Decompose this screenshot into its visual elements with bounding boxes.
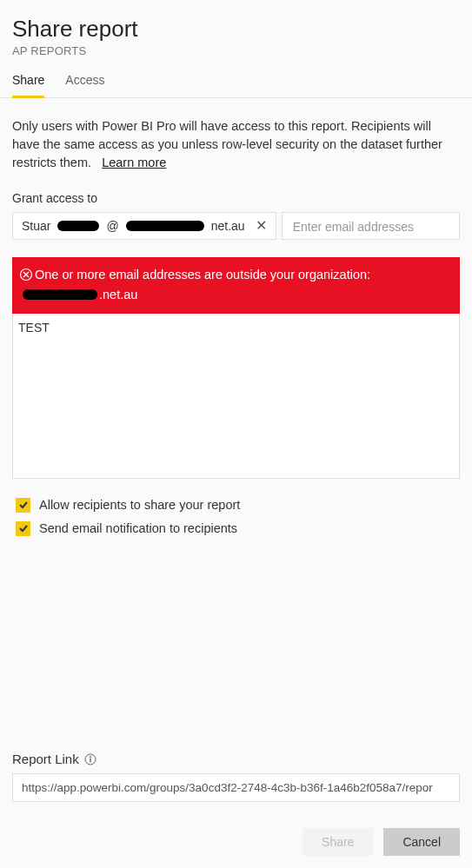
svg-rect-5 xyxy=(90,758,90,762)
description-content: Only users with Power BI Pro will have a… xyxy=(12,119,442,169)
chip-prefix: Stuar xyxy=(22,219,50,233)
email-chip[interactable]: Stuar@net.au ✕ xyxy=(12,212,276,240)
redacted-text xyxy=(57,221,99,231)
share-button[interactable]: Share xyxy=(302,828,373,856)
report-link-input[interactable]: https://app.powerbi.com/groups/3a0cd3f2-… xyxy=(12,773,460,802)
redacted-text xyxy=(23,289,97,300)
report-link-label-row: Report Link xyxy=(12,752,460,766)
allow-share-checkbox-row[interactable]: Allow recipients to share your report xyxy=(16,498,460,513)
message-content: TEST xyxy=(18,321,50,335)
warning-text: One or more email addresses are outside … xyxy=(35,266,370,283)
chip-at: @ xyxy=(106,219,118,233)
grant-access-row: Stuar@net.au ✕ Enter email addresses xyxy=(12,212,460,240)
info-icon[interactable] xyxy=(84,753,96,765)
redacted-text xyxy=(126,221,204,231)
tab-share[interactable]: Share xyxy=(12,73,44,98)
checkbox-checked-icon xyxy=(16,498,30,513)
checkbox-checked-icon xyxy=(16,521,30,536)
email-input[interactable]: Enter email addresses xyxy=(282,212,460,240)
cancel-button[interactable]: Cancel xyxy=(383,828,460,856)
tab-bar: Share Access xyxy=(0,57,472,98)
chip-suffix: net.au xyxy=(211,219,245,233)
panel-body: Only users with Power BI Pro will have a… xyxy=(0,98,472,802)
learn-more-link[interactable]: Learn more xyxy=(102,156,166,169)
svg-point-4 xyxy=(90,756,91,758)
error-icon xyxy=(19,268,33,282)
report-link-label: Report Link xyxy=(12,752,79,766)
close-icon[interactable]: ✕ xyxy=(256,219,267,233)
report-name: AP REPORTS xyxy=(12,44,460,57)
description-text: Only users with Power BI Pro will have a… xyxy=(12,117,460,172)
page-title: Share report xyxy=(12,16,460,43)
send-email-checkbox-row[interactable]: Send email notification to recipients xyxy=(16,521,460,536)
footer-actions: Share Cancel xyxy=(0,802,472,868)
send-email-label: Send email notification to recipients xyxy=(39,521,237,535)
allow-share-label: Allow recipients to share your report xyxy=(39,498,240,512)
warning-banner: One or more email addresses are outside … xyxy=(12,257,460,314)
options-group: Allow recipients to share your report Se… xyxy=(12,498,460,545)
grant-access-label: Grant access to xyxy=(12,191,460,205)
message-textarea[interactable]: TEST xyxy=(12,314,460,479)
tab-access[interactable]: Access xyxy=(65,73,104,98)
warning-email-suffix: .net.au xyxy=(99,286,137,303)
panel-header: Share report AP REPORTS xyxy=(0,0,472,57)
